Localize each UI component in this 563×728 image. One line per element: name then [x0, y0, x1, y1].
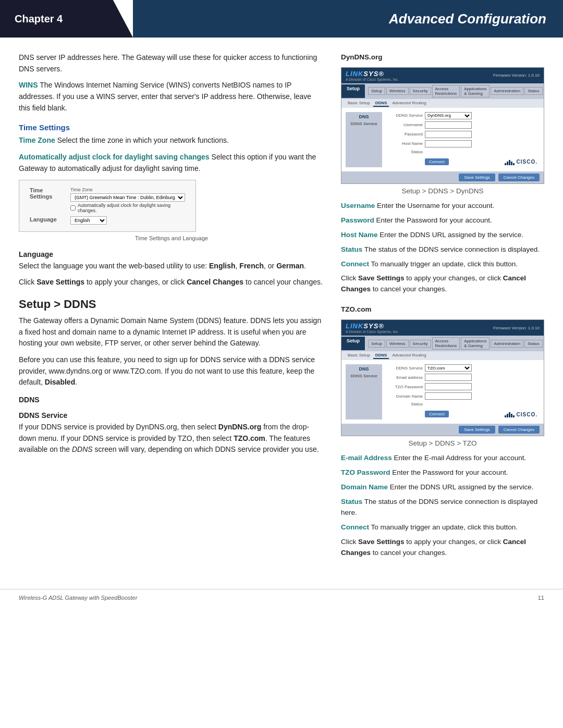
ts-auto-checkbox[interactable] — [70, 205, 76, 211]
username-label: Username — [341, 202, 375, 209]
lp-subtab-ddns[interactable]: DDNS — [373, 100, 389, 107]
cisco-bars — [505, 159, 515, 165]
lp-cisco-logo-tzo: CISCO. — [505, 411, 537, 417]
lp-setup-tzo: Setup — [341, 337, 365, 350]
lp-tzo-service-select[interactable]: TZO.com — [425, 364, 472, 372]
cisco-bars-tzo — [505, 411, 515, 417]
ts-time-settings-label: Time Settings — [27, 186, 67, 215]
tzo-section: TZO.com LINKSYS® A Division of Cisco Sys… — [341, 304, 544, 558]
password-para: Password Enter the Password for your acc… — [341, 215, 544, 226]
lp-tab-wireless[interactable]: Wireless — [386, 87, 409, 95]
dyndns-caption: Setup > DDNS > DynDNS — [341, 186, 544, 197]
main-content: DNS server IP addresses here. The Gatewa… — [0, 38, 563, 578]
lp-tab-wireless-tzo[interactable]: Wireless — [386, 340, 409, 348]
lp-connect-row: Connect — [386, 156, 498, 165]
lp-tab-apps-tzo[interactable]: Applications & Gaming — [461, 337, 489, 350]
lp-nav-dyndns: Setup Setup Wireless Security Access Res… — [341, 83, 544, 99]
lp-cisco-tzo: CISCO. — [503, 364, 540, 419]
lp-tzo-status-label: Status — [386, 402, 423, 406]
lp-connect-btn[interactable]: Connect — [425, 158, 449, 165]
language-para: Select the language you want the web-bas… — [19, 261, 324, 272]
tzo-title: TZO.com — [341, 304, 544, 315]
language-text: Select the language you want the web-bas… — [19, 262, 209, 270]
title-text: Advanced Configuration — [389, 11, 546, 27]
lp-tzo-connect-btn[interactable]: Connect — [425, 411, 449, 417]
lp-tzo-service-row: DDNS Service TZO.com — [386, 364, 498, 372]
lp-cancel-btn-tzo[interactable]: Cancel Changes — [498, 426, 540, 434]
ddns-service-text4: screen will vary, depending on which DDN… — [93, 445, 319, 453]
lp-firmware-dyndns: Firmware Version: 1.0.10 — [493, 73, 540, 78]
ts-language-select[interactable]: English — [70, 216, 107, 225]
tzo-bar2 — [507, 414, 508, 417]
lp-tab-status[interactable]: Status — [524, 87, 543, 95]
cisco-text: CISCO. — [517, 159, 537, 165]
save-bold-1: Save Settings — [36, 278, 84, 286]
chapter-text: Chapter 4 — [15, 13, 63, 25]
lp-body-dyndns: DNS DDNS Service DDNS Service DynDNS.org… — [341, 108, 544, 171]
ddns-italic: DDNS — [72, 445, 93, 453]
lp-tab-apps[interactable]: Applications & Gaming — [461, 85, 489, 97]
hostname-label: Host Name — [341, 231, 378, 239]
lp-hostname-input[interactable] — [425, 140, 472, 147]
ts-caption: Time Settings and Language — [19, 234, 324, 243]
lp-footer-dyndns: Save Settings Cancel Changes — [341, 171, 544, 183]
ts-timezone-cell: Time Zone (GMT) Greenwich Mean Time : Du… — [67, 186, 188, 215]
right-save-bold: Save Settings — [358, 274, 405, 282]
lp-tab-admin[interactable]: Administration — [491, 87, 523, 95]
lp-email-label: Email address — [386, 375, 423, 380]
lp-cancel-btn-dyndns[interactable]: Cancel Changes — [498, 174, 540, 181]
lp-tab-security-tzo[interactable]: Security — [410, 340, 431, 348]
lp-email-row: Email address — [386, 374, 498, 381]
lp-tzo-password-row: TZO Password — [386, 383, 498, 390]
connect2-para: Connect To manually trigger an update, c… — [341, 522, 544, 533]
time-zone-para: Time Zone Select the time zone in which … — [19, 135, 324, 146]
lp-tzo-password-input[interactable] — [425, 383, 472, 390]
lp-save-btn-dyndns[interactable]: Save Settings — [459, 174, 495, 181]
lp-ddns-service-label: DDNS Service — [348, 121, 380, 126]
save-text-1b: to apply your changes, or click — [84, 278, 187, 286]
lp-tab-access[interactable]: Access Restrictions — [432, 85, 460, 97]
lp-tab-status-tzo[interactable]: Status — [524, 340, 543, 348]
bar5 — [513, 163, 515, 165]
lp-ddns-service-tzo: DDNS Service — [348, 374, 380, 378]
lp-subtab-basic-tzo[interactable]: Basic Setup — [346, 352, 372, 359]
password-text: Enter the Password for your account. — [374, 216, 492, 224]
lp-firmware-tzo: Firmware Version: 1.0.10 — [493, 326, 540, 330]
lp-email-input[interactable] — [425, 374, 472, 381]
lp-dyndns-service-select[interactable]: DynDNS.org — [425, 112, 472, 119]
lp-logo-dyndns: LINKSYS® A Division of Cisco Systems, In… — [346, 70, 399, 81]
ts-timezone-select[interactable]: (GMT) Greenwich Mean Time : Dublin, Edin… — [70, 193, 185, 202]
ddns-heading: Setup > DDNS — [19, 298, 324, 311]
cancel-bold-1: Cancel Changes — [187, 278, 243, 286]
lp-tab-security[interactable]: Security — [410, 87, 431, 95]
tzo-bar5 — [513, 415, 515, 417]
dyndns-title: DynDNS.org — [341, 52, 544, 63]
ddns-sub-heading: DDNS — [19, 396, 324, 404]
lp-domain-input[interactable] — [425, 392, 472, 400]
lp-username-input[interactable] — [425, 121, 472, 129]
ddns-service-para: If your DDNS service is provided by DynD… — [19, 422, 324, 455]
ddns-disabled-text: Disabled — [45, 378, 75, 386]
lp-sub-logo-tzo: A Division of Cisco Systems, Inc. — [346, 330, 399, 334]
lp-save-btn-tzo[interactable]: Save Settings — [459, 426, 495, 434]
status2-label: Status — [341, 498, 362, 505]
footer-right: 11 — [538, 595, 544, 601]
lp-subtab-advanced-tzo[interactable]: Advanced Routing — [390, 352, 428, 359]
lp-tab-setup-tzo[interactable]: Setup — [368, 340, 385, 348]
lp-subtab-basic[interactable]: Basic Setup — [346, 100, 372, 107]
ddns-dyndns-text: DynDNS.org — [218, 423, 261, 431]
ts-language-cell: English — [67, 215, 188, 226]
connect2-text: To manually trigger an update, click thi… — [369, 523, 518, 531]
lp-tab-access-tzo[interactable]: Access Restrictions — [432, 337, 460, 350]
time-zone-text: Select the time zone in which your netwo… — [55, 136, 229, 144]
connect-text: To manually trigger an update, click thi… — [369, 260, 518, 268]
lp-tab-setup[interactable]: Setup — [368, 87, 385, 95]
lp-subtab-ddns-tzo[interactable]: DDNS — [373, 352, 389, 359]
status2-para: Status The status of the DDNS service co… — [341, 497, 544, 519]
right-save-text: Click — [341, 274, 358, 282]
lp-subtab-advanced[interactable]: Advanced Routing — [390, 100, 428, 107]
lp-password-input[interactable] — [425, 131, 472, 138]
status-label: Status — [341, 245, 362, 253]
tzo-password-label: TZO Password — [341, 468, 390, 476]
lp-tab-admin-tzo[interactable]: Administration — [491, 340, 523, 348]
